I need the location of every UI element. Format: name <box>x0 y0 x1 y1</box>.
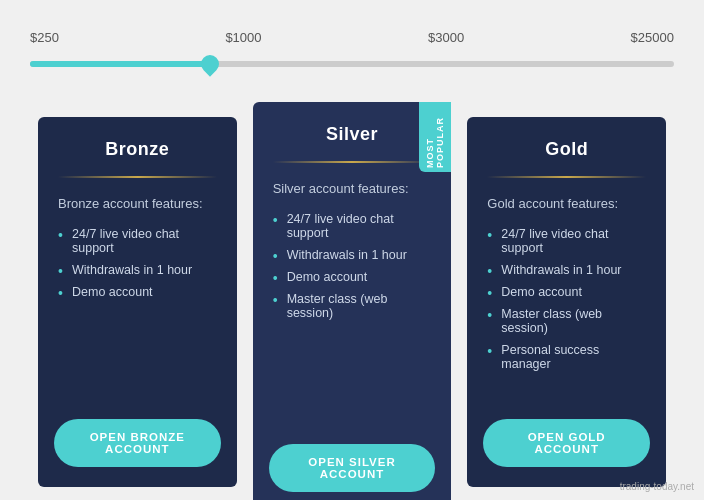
open-bronze-button[interactable]: OPEN BRONZE ACCOUNT <box>54 419 221 467</box>
watermark: trading-today.net <box>620 481 694 492</box>
silver-card: MOST POPULAR Silver Silver account featu… <box>253 102 452 500</box>
list-item: Demo account <box>273 266 432 288</box>
list-item: 24/7 live video chat support <box>487 223 646 259</box>
silver-features-list: 24/7 live video chat support Withdrawals… <box>273 208 432 324</box>
slider-label-25000: $25000 <box>631 30 674 45</box>
most-popular-badge: MOST POPULAR <box>419 102 451 172</box>
gold-card-footer: OPEN GOLD ACCOUNT <box>467 409 666 467</box>
slider-labels: $250 $1000 $3000 $25000 <box>30 30 674 45</box>
list-item: Personal success manager <box>487 339 646 375</box>
list-item: Withdrawals in 1 hour <box>487 259 646 281</box>
cards-section: Bronze Bronze account features: 24/7 liv… <box>30 117 674 500</box>
bronze-card-title: Bronze <box>38 117 237 176</box>
list-item: 24/7 live video chat support <box>273 208 432 244</box>
page-wrapper: $250 $1000 $3000 $25000 Bronze Bronze ac… <box>0 0 704 500</box>
gold-card-body: Gold account features: 24/7 live video c… <box>467 178 666 409</box>
slider-thumb[interactable] <box>198 51 223 76</box>
slider-label-3000: $3000 <box>428 30 464 45</box>
gold-card-title: Gold <box>467 117 666 176</box>
open-silver-button[interactable]: OPEN SILVER ACCOUNT <box>269 444 436 492</box>
slider-label-1000: $1000 <box>225 30 261 45</box>
list-item: Withdrawals in 1 hour <box>273 244 432 266</box>
gold-features-list: 24/7 live video chat support Withdrawals… <box>487 223 646 375</box>
bronze-features-title: Bronze account features: <box>58 196 217 211</box>
silver-features-title: Silver account features: <box>273 181 432 196</box>
slider-track-fill <box>30 61 210 67</box>
slider-track-wrapper[interactable] <box>30 53 674 77</box>
list-item: Demo account <box>58 281 217 303</box>
slider-label-250: $250 <box>30 30 59 45</box>
silver-card-body: Silver account features: 24/7 live video… <box>253 163 452 434</box>
list-item: Master class (web session) <box>273 288 432 324</box>
bronze-features-list: 24/7 live video chat support Withdrawals… <box>58 223 217 303</box>
open-gold-button[interactable]: OPEN GOLD ACCOUNT <box>483 419 650 467</box>
gold-card: Gold Gold account features: 24/7 live vi… <box>467 117 666 487</box>
gold-features-title: Gold account features: <box>487 196 646 211</box>
list-item: Demo account <box>487 281 646 303</box>
bronze-card-body: Bronze account features: 24/7 live video… <box>38 178 237 409</box>
bronze-card-footer: OPEN BRONZE ACCOUNT <box>38 409 237 467</box>
slider-section: $250 $1000 $3000 $25000 <box>30 20 674 107</box>
list-item: Withdrawals in 1 hour <box>58 259 217 281</box>
list-item: 24/7 live video chat support <box>58 223 217 259</box>
list-item: Master class (web session) <box>487 303 646 339</box>
bronze-card: Bronze Bronze account features: 24/7 liv… <box>38 117 237 487</box>
silver-card-footer: OPEN SILVER ACCOUNT <box>253 434 452 492</box>
